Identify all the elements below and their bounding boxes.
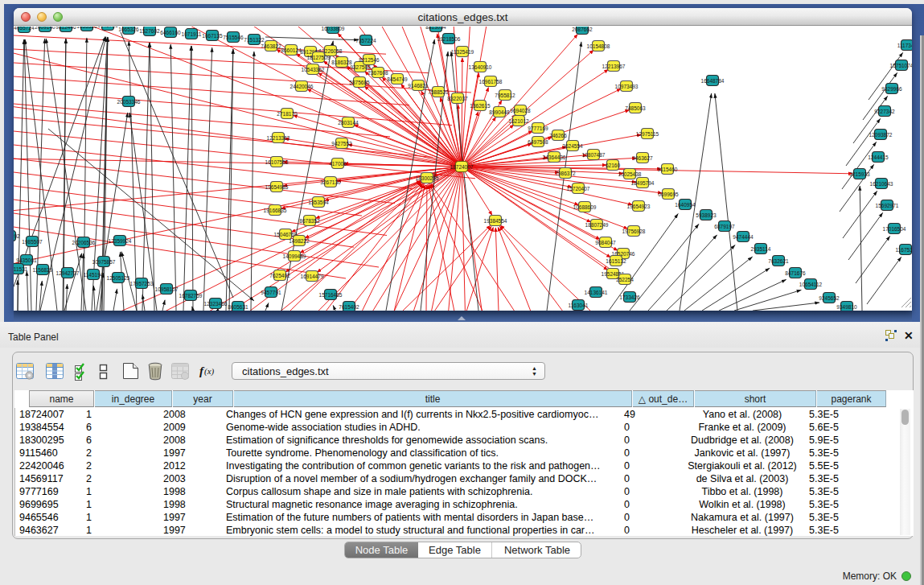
- svg-text:0699695: 0699695: [658, 192, 679, 197]
- svg-text:12975115: 12975115: [636, 131, 659, 137]
- svg-text:1733426: 1733426: [619, 295, 640, 300]
- svg-text:4055724: 4055724: [14, 27, 35, 31]
- svg-text:2803144: 2803144: [338, 120, 359, 126]
- svg-text:1667135: 1667135: [202, 33, 223, 39]
- svg-text:8322037: 8322037: [447, 96, 468, 101]
- svg-text:7515546: 7515546: [223, 35, 244, 40]
- svg-text:417006: 417006: [329, 161, 347, 167]
- svg-text:9115460: 9115460: [658, 167, 678, 172]
- svg-text:9427552: 9427552: [331, 141, 352, 146]
- svg-text:10973493: 10973493: [615, 84, 639, 89]
- svg-text:17957253: 17957253: [130, 281, 154, 286]
- svg-text:6879197: 6879197: [714, 224, 735, 229]
- svg-text:9227342: 9227342: [874, 109, 895, 114]
- svg-text:7357224: 7357224: [355, 38, 376, 43]
- svg-text:8605631: 8605631: [228, 304, 248, 310]
- svg-text:1498222: 1498222: [289, 238, 310, 244]
- svg-text:1353594: 1353594: [308, 200, 329, 205]
- svg-text:18127509: 18127509: [307, 55, 331, 60]
- svg-text:18724007: 18724007: [450, 164, 474, 170]
- svg-text:15692971: 15692971: [876, 203, 899, 208]
- svg-text:11325419: 11325419: [451, 49, 474, 55]
- svg-text:9245652: 9245652: [819, 295, 840, 301]
- svg-text:1640954: 1640954: [675, 202, 696, 208]
- svg-text:3911531: 3911531: [14, 266, 28, 272]
- svg-text:7955812: 7955812: [495, 93, 515, 98]
- svg-text:1156829: 1156829: [33, 267, 53, 273]
- svg-text:1163041: 1163041: [569, 303, 589, 308]
- svg-text:14099489: 14099489: [283, 253, 306, 259]
- svg-text:10688609: 10688609: [573, 204, 597, 210]
- svg-text:5938923: 5938923: [696, 212, 717, 218]
- svg-text:1621012: 1621012: [508, 118, 529, 124]
- svg-text:20053346: 20053346: [117, 99, 141, 105]
- svg-text:19654985: 19654985: [265, 184, 289, 190]
- svg-text:8212546: 8212546: [359, 57, 380, 63]
- svg-text:1362615: 1362615: [470, 103, 491, 109]
- svg-text:16782759: 16782759: [179, 293, 203, 299]
- svg-text:9327508: 9327508: [350, 64, 371, 70]
- svg-text:12323466: 12323466: [204, 301, 228, 307]
- svg-text:3624554: 3624554: [562, 143, 583, 149]
- svg-text:12942737: 12942737: [56, 270, 80, 276]
- svg-text:1145194: 1145194: [84, 272, 104, 278]
- svg-text:16033809: 16033809: [322, 27, 345, 31]
- svg-text:9463627: 9463627: [632, 155, 653, 161]
- svg-text:24420046: 24420046: [290, 84, 314, 89]
- svg-text:7986372: 7986372: [555, 171, 576, 176]
- svg-text:2009140: 2009140: [35, 27, 55, 30]
- svg-text:9349810: 9349810: [836, 304, 857, 310]
- svg-text:16961758: 16961758: [479, 79, 503, 84]
- svg-text:10154808: 10154808: [587, 43, 610, 49]
- svg-text:8454749: 8454749: [387, 76, 408, 82]
- svg-text:12213967: 12213967: [602, 64, 626, 69]
- svg-text:12093872: 12093872: [869, 132, 893, 138]
- svg-text:9812446: 9812446: [55, 27, 76, 30]
- svg-text:12213363: 12213363: [267, 135, 290, 141]
- svg-text:1167534: 1167534: [896, 247, 912, 253]
- svg-text:16914479: 16914479: [301, 274, 324, 279]
- svg-text:746266: 746266: [549, 133, 567, 138]
- svg-text:1117342: 1117342: [897, 43, 912, 48]
- svg-text:9435061: 9435061: [16, 257, 37, 263]
- svg-text:1649731: 1649731: [97, 27, 118, 28]
- svg-text:7632621: 7632621: [768, 258, 789, 264]
- svg-text:15716485: 15716485: [319, 292, 343, 298]
- svg-text:15751074: 15751074: [890, 63, 912, 68]
- svg-text:7151322: 7151322: [244, 37, 265, 43]
- svg-text:7588520: 7588520: [428, 89, 449, 95]
- svg-text:252254: 252254: [616, 277, 634, 282]
- svg-text:18807249: 18807249: [585, 222, 609, 228]
- svg-text:9457791: 9457791: [261, 290, 281, 295]
- svg-text:62160: 62160: [606, 163, 620, 168]
- svg-text:19218506: 19218506: [437, 36, 461, 42]
- svg-text:14136141: 14136141: [585, 290, 608, 295]
- svg-text:2935114: 2935114: [751, 246, 771, 252]
- svg-text:10807487: 10807487: [582, 152, 606, 158]
- svg-text:9694028: 9694028: [510, 108, 531, 113]
- svg-text:19384554: 19384554: [484, 218, 507, 224]
- svg-text:1055326: 1055326: [76, 27, 97, 29]
- svg-text:16210643: 16210643: [870, 181, 893, 187]
- svg-text:7463822: 7463822: [261, 43, 281, 49]
- svg-text:9474444: 9474444: [733, 234, 754, 240]
- svg-text:2367608: 2367608: [368, 70, 388, 76]
- svg-text:1985507: 1985507: [22, 239, 43, 245]
- svg-text:3215933: 3215933: [849, 171, 870, 177]
- svg-text:5875685: 5875685: [349, 80, 370, 85]
- svg-text:6497508: 6497508: [528, 139, 548, 145]
- svg-text:9146821: 9146821: [408, 83, 429, 89]
- svg-text:7625402: 7625402: [269, 273, 290, 278]
- svg-text:2087662: 2087662: [572, 27, 593, 32]
- svg-text:8471676: 8471676: [785, 270, 806, 276]
- svg-text:17359924: 17359924: [109, 238, 132, 244]
- svg-text:8660124: 8660124: [281, 47, 302, 53]
- svg-text:1527602: 1527602: [139, 28, 160, 34]
- svg-text:(x): (x): [204, 366, 215, 377]
- svg-text:1615132: 1615132: [606, 258, 626, 264]
- svg-text:8990448: 8990448: [489, 109, 510, 115]
- svg-text:13640910: 13640910: [469, 64, 492, 70]
- svg-text:8813054: 8813054: [425, 27, 446, 30]
- svg-text:1071911: 1071911: [182, 31, 202, 37]
- svg-text:10975857: 10975857: [92, 259, 116, 265]
